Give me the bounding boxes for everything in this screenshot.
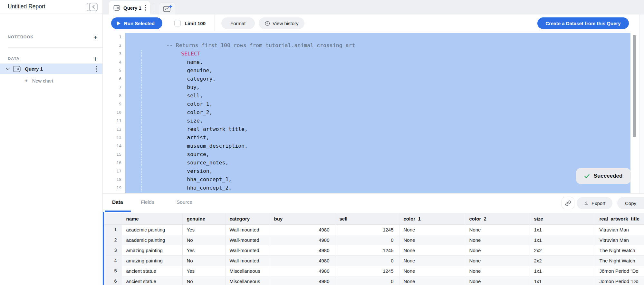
table-cell[interactable]: Jōmon Period "Do	[595, 276, 644, 285]
code-line[interactable]: museum_description,	[125, 133, 630, 142]
table-cell[interactable]: Vitruvian Man	[595, 235, 644, 245]
limit-100-toggle[interactable]: Limit 100	[174, 17, 206, 29]
column-header-color_2[interactable]: color_2	[465, 213, 530, 224]
chevron-down-icon[interactable]	[6, 68, 10, 70]
column-header-color_1[interactable]: color_1	[399, 213, 465, 224]
sql-editor[interactable]: 12345678910111213141516171819 -- Returns…	[103, 32, 644, 193]
code-line[interactable]: artist,	[125, 125, 630, 133]
table-cell[interactable]: 1x1	[530, 276, 595, 285]
table-cell[interactable]: 1x1	[530, 224, 595, 235]
table-cell[interactable]: 2x2	[530, 255, 595, 266]
export-button[interactable]: Export	[577, 197, 612, 209]
table-cell[interactable]: Wall-mounted	[225, 245, 270, 255]
view-history-button[interactable]: View history	[259, 17, 304, 29]
code-line[interactable]: category,	[125, 66, 630, 75]
table-cell[interactable]: None	[465, 255, 530, 266]
tab-query-1[interactable]: Query 1	[109, 1, 150, 15]
add-notebook-cell-button[interactable]: +	[93, 34, 97, 41]
new-chart-button[interactable]: + New chart	[24, 76, 53, 85]
tab-fields[interactable]: Fields	[141, 199, 154, 205]
table-cell[interactable]: None	[465, 224, 530, 235]
table-cell[interactable]: ancient statue	[122, 276, 182, 285]
table-cell[interactable]: Vitruvian Man	[595, 224, 644, 235]
collapse-sidebar-button[interactable]	[86, 3, 98, 11]
sql-code-selection[interactable]: -- Returns first 100 rows from tutorial.…	[125, 33, 630, 193]
tab-data[interactable]: Data	[112, 199, 123, 205]
window-scrollbar-track[interactable]	[639, 15, 644, 193]
sidebar-item-query-1[interactable]: Query 1	[0, 64, 102, 74]
table-cell[interactable]: Wall-mounted	[225, 255, 270, 266]
table-cell[interactable]: None	[399, 245, 465, 255]
table-cell[interactable]: 1245	[335, 245, 399, 255]
table-cell[interactable]: academic painting	[122, 235, 182, 245]
code-line[interactable]: sell,	[125, 83, 630, 92]
row-number[interactable]: 6	[104, 276, 122, 285]
column-header-buy[interactable]: buy	[270, 213, 335, 224]
row-number[interactable]: 3	[104, 245, 122, 255]
code-line[interactable]: hha_concept_1,	[125, 167, 630, 175]
column-header-genuine[interactable]: genuine	[182, 213, 225, 224]
code-line[interactable]: genuine,	[125, 58, 630, 66]
code-line[interactable]: color_1,	[125, 92, 630, 100]
code-line[interactable]: hha_concept_2,	[125, 175, 630, 184]
table-cell[interactable]: 0	[335, 276, 399, 285]
share-link-button[interactable]	[562, 197, 574, 209]
table-cell[interactable]: 4980	[270, 245, 335, 255]
tab-source[interactable]: Source	[177, 199, 192, 205]
table-cell[interactable]: Jōmon Period "Do	[595, 266, 644, 276]
table-cell[interactable]: The Night Watch	[595, 255, 644, 266]
table-cell[interactable]: Wall-mounted	[225, 235, 270, 245]
table-cell[interactable]: 0	[335, 255, 399, 266]
table-cell[interactable]: 1245	[335, 224, 399, 235]
editor-scrollbar[interactable]	[633, 35, 636, 137]
code-line[interactable]: buy,	[125, 75, 630, 83]
table-cell[interactable]: None	[399, 235, 465, 245]
table-cell[interactable]: None	[399, 255, 465, 266]
code-line[interactable]: source,	[125, 142, 630, 150]
code-line[interactable]: version,	[125, 159, 630, 167]
column-header-real_artwork_title[interactable]: real_artwork_title	[595, 213, 644, 224]
new-chart-tab-button[interactable]	[159, 3, 176, 15]
table-cell[interactable]: Wall-mounted	[225, 224, 270, 235]
table-cell[interactable]: 4980	[270, 266, 335, 276]
column-header-name[interactable]: name	[122, 213, 182, 224]
table-cell[interactable]: ancient statue	[122, 266, 182, 276]
code-line[interactable]: name,	[125, 50, 630, 58]
table-cell[interactable]: 2x2	[530, 245, 595, 255]
code-line[interactable]: color_2,	[125, 100, 630, 108]
add-data-cell-button[interactable]: +	[93, 55, 97, 62]
table-cell[interactable]: Yes	[182, 266, 225, 276]
table-cell[interactable]: No	[182, 255, 225, 266]
code-line[interactable]: size,	[125, 108, 630, 117]
table-cell[interactable]: None	[465, 245, 530, 255]
table-cell[interactable]: No	[182, 235, 225, 245]
table-cell[interactable]: amazing painting	[122, 245, 182, 255]
table-cell[interactable]: 1x1	[530, 266, 595, 276]
run-selected-button[interactable]: Run Selected	[111, 17, 162, 29]
table-cell[interactable]: Yes	[182, 245, 225, 255]
table-cell[interactable]: Yes	[182, 224, 225, 235]
table-cell[interactable]: academic painting	[122, 224, 182, 235]
column-header-size[interactable]: size	[530, 213, 595, 224]
code-line[interactable]: SELECT	[125, 41, 630, 50]
table-cell[interactable]: 1245	[335, 266, 399, 276]
table-cell[interactable]: 4980	[270, 255, 335, 266]
code-line[interactable]: source_notes,	[125, 150, 630, 159]
table-cell[interactable]: 4980	[270, 235, 335, 245]
table-cell[interactable]: amazing painting	[122, 255, 182, 266]
table-cell[interactable]: None	[399, 224, 465, 235]
copy-button[interactable]: Copy	[617, 197, 644, 209]
table-cell[interactable]: None	[399, 266, 465, 276]
report-title[interactable]: Untitled Report	[8, 3, 45, 10]
format-button[interactable]: Format	[221, 17, 255, 29]
create-dataset-button[interactable]: Create a Dataset from this Query	[537, 17, 629, 29]
kebab-menu-icon[interactable]	[145, 5, 146, 11]
column-header-sell[interactable]: sell	[335, 213, 399, 224]
table-cell[interactable]: Miscellaneous	[225, 266, 270, 276]
row-number[interactable]: 1	[104, 224, 122, 235]
table-cell[interactable]: Miscellaneous	[225, 276, 270, 285]
kebab-menu-icon[interactable]	[96, 66, 97, 72]
table-cell[interactable]: None	[465, 235, 530, 245]
row-number[interactable]: 2	[104, 235, 122, 245]
code-line[interactable]: -- Returns first 100 rows from tutorial.…	[125, 33, 630, 41]
